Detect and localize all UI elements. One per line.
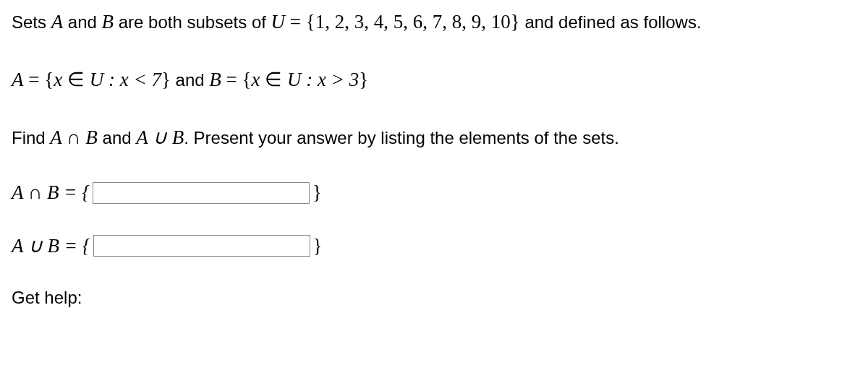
math-U: U <box>287 69 302 90</box>
label-intersection: A ∩ B = { <box>12 181 90 204</box>
math-in: ∈ <box>62 69 90 90</box>
text: Sets <box>12 12 51 32</box>
math-U: U <box>271 11 286 33</box>
math-x: x <box>54 69 62 90</box>
text: and defined as follows. <box>520 12 702 32</box>
text: . Present your answer by listing the ele… <box>184 128 619 147</box>
problem-line-3: Find A ∩ B and A ∪ B. Present your answe… <box>12 124 856 152</box>
math-eq: = <box>24 69 45 90</box>
problem-line-1: Sets A and B are both subsets of U = {1,… <box>12 9 856 36</box>
text: and <box>98 128 136 147</box>
input-intersection[interactable] <box>93 182 310 204</box>
input-union[interactable] <box>93 235 310 257</box>
answer-union: A ∪ B = { } <box>12 234 856 257</box>
text: and <box>63 12 101 32</box>
close-brace: } <box>312 181 322 204</box>
close-brace: } <box>313 235 323 257</box>
math-B: B <box>209 69 221 90</box>
label-union: A ∪ B = { <box>12 234 90 257</box>
math-A: A <box>51 11 64 33</box>
set-open: { <box>44 69 54 90</box>
math-set-U: {1, 2, 3, 4, 5, 6, 7, 8, 9, 10} <box>306 11 520 33</box>
set-close: } <box>161 69 171 90</box>
math-x: x <box>251 69 260 90</box>
text-and: and <box>171 70 209 90</box>
get-help-label: Get help: <box>12 288 856 308</box>
math-AcapB: A ∩ B <box>50 126 98 148</box>
math-in: ∈ <box>260 69 287 90</box>
math-eq: = <box>285 11 306 33</box>
text: Find <box>12 128 50 147</box>
problem-line-2: A = {x ∈ U : x < 7} and B = {x ∈ U : x >… <box>12 67 856 94</box>
math-cond: : x > 3 <box>301 69 359 90</box>
math-eq: = <box>221 69 242 90</box>
set-close: } <box>359 69 368 90</box>
text: are both subsets of <box>114 12 271 32</box>
math-B: B <box>102 11 114 33</box>
math-AcupB: A ∪ B <box>136 126 184 148</box>
math-cond: : x < 7 <box>103 69 161 90</box>
math-U: U <box>90 69 104 90</box>
math-A: A <box>12 69 24 90</box>
answer-intersection: A ∩ B = { } <box>12 181 856 204</box>
set-open: { <box>242 69 251 90</box>
